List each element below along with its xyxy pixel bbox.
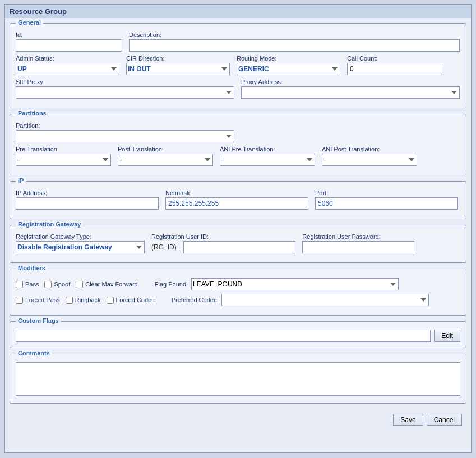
ani-pre-translation-select[interactable]: -	[220, 154, 315, 166]
custom-flags-section: Custom Flags Edit	[10, 321, 466, 348]
routing-mode-label: Routing Mode:	[237, 55, 340, 62]
ip-address-input[interactable]	[16, 197, 159, 210]
description-label: Description:	[129, 31, 460, 38]
ani-post-translation-label: ANI Post Translation:	[322, 146, 417, 152]
sip-proxy-select[interactable]	[16, 86, 234, 99]
ani-pre-translation-label: ANI Pre Translation:	[220, 146, 315, 152]
modifiers-legend: Modifiers	[16, 265, 48, 271]
ani-post-translation-select[interactable]: -	[322, 154, 417, 166]
partition-select[interactable]	[16, 130, 234, 142]
routing-mode-select[interactable]: GENERIC	[237, 63, 340, 75]
comments-textarea[interactable]	[16, 362, 460, 396]
preferred-codec-select[interactable]	[221, 294, 429, 306]
save-button[interactable]: Save	[393, 414, 423, 426]
forced-codec-checkbox[interactable]	[107, 297, 114, 304]
general-section: General Id: Description: Admin Status: U…	[10, 23, 466, 108]
clear-max-forward-label: Clear Max Forward	[85, 281, 138, 288]
proxy-address-label: Proxy Address:	[241, 78, 460, 85]
port-label: Port:	[315, 189, 458, 196]
comments-section: Comments	[10, 354, 466, 404]
reg-user-id-label: Registration User ID:	[151, 233, 295, 240]
forced-codec-label: Forced Codec	[116, 297, 155, 303]
proxy-address-select[interactable]	[241, 86, 460, 99]
flag-pound-select[interactable]: LEAVE_POUND	[191, 278, 399, 290]
reg-user-hint: (RG_ID)_	[151, 243, 180, 251]
ip-section: IP IP Address: Netmask: Port:	[10, 181, 466, 219]
pass-label: Pass	[25, 281, 39, 288]
custom-flags-legend: Custom Flags	[16, 317, 61, 324]
admin-status-label: Admin Status:	[16, 55, 119, 62]
modifiers-section: Modifiers Pass Spoof Clear Max Forward	[10, 269, 466, 316]
call-count-input[interactable]	[347, 63, 442, 75]
sip-proxy-label: SIP Proxy:	[16, 78, 234, 85]
id-label: Id:	[16, 31, 122, 38]
reg-type-label: Registration Gateway Type:	[16, 233, 145, 240]
ip-legend: IP	[16, 177, 26, 184]
partition-label: Partition:	[16, 122, 234, 129]
spoof-label: Spoof	[54, 281, 70, 288]
page-title: Resource Group	[5, 5, 471, 18]
post-translation-select[interactable]: -	[118, 154, 213, 166]
registration-gateway-section: Registration Gateway Registration Gatewa…	[10, 225, 466, 263]
netmask-input[interactable]	[165, 197, 308, 210]
port-input[interactable]	[315, 197, 458, 210]
pre-translation-label: Pre Translation:	[16, 146, 111, 152]
cir-direction-label: CIR Direction:	[126, 55, 230, 62]
forced-pass-checkbox[interactable]	[16, 297, 23, 304]
description-input[interactable]	[129, 39, 460, 52]
call-count-label: Call Count:	[347, 55, 442, 62]
ringback-checkbox[interactable]	[66, 297, 73, 304]
comments-legend: Comments	[16, 350, 52, 357]
reg-user-id-input[interactable]	[183, 241, 295, 253]
partitions-section: Partitions Partition: Pre Translation: -	[10, 114, 466, 175]
partitions-legend: Partitions	[16, 110, 49, 117]
reg-type-select[interactable]: Disable Registration Gateway	[16, 241, 145, 253]
preferred-codec-label: Preferred Codec:	[172, 297, 219, 303]
forced-pass-label: Forced Pass	[25, 297, 60, 303]
pre-translation-select[interactable]: -	[16, 154, 111, 166]
reg-password-input[interactable]	[302, 241, 414, 253]
cir-direction-select[interactable]: IN OUT IN OUT	[126, 63, 230, 75]
clear-max-forward-checkbox[interactable]	[76, 281, 83, 288]
cancel-button[interactable]: Cancel	[427, 414, 462, 426]
spoof-checkbox[interactable]	[44, 281, 52, 288]
general-legend: General	[16, 19, 43, 26]
id-input[interactable]	[16, 39, 122, 52]
footer-buttons: Save Cancel	[10, 409, 466, 431]
pass-checkbox[interactable]	[16, 281, 23, 288]
post-translation-label: Post Translation:	[118, 146, 213, 152]
custom-flags-input[interactable]	[16, 330, 431, 342]
reg-password-label: Registration User Password:	[302, 233, 414, 240]
admin-status-select[interactable]: UP DOWN	[16, 63, 119, 75]
resource-group-panel: Resource Group General Id: Description: …	[4, 4, 472, 453]
edit-button[interactable]: Edit	[434, 330, 460, 342]
ip-address-label: IP Address:	[16, 189, 159, 196]
netmask-label: Netmask:	[165, 189, 308, 196]
ringback-label: Ringback	[75, 297, 101, 303]
registration-gateway-legend: Registration Gateway	[16, 221, 83, 228]
flag-pound-label: Flag Pound:	[155, 281, 188, 288]
